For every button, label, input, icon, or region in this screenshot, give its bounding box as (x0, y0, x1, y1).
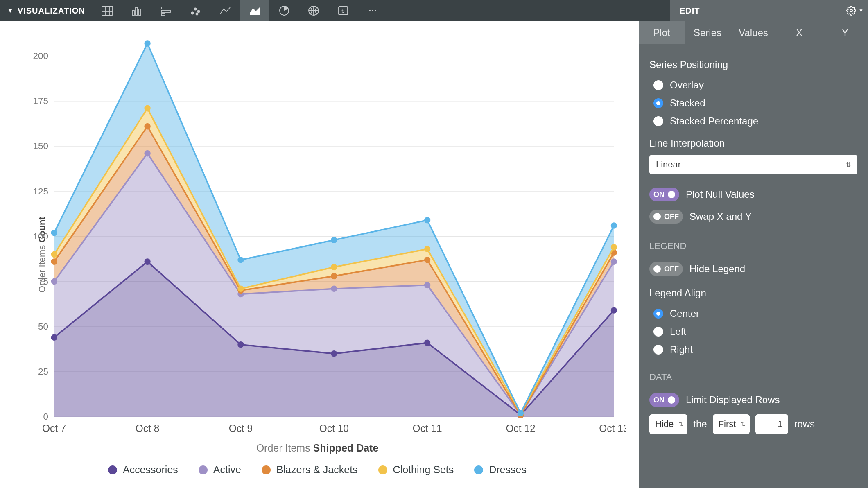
viz-type-bar[interactable] (151, 0, 181, 21)
svg-point-78 (144, 40, 150, 47)
hide-show-select[interactable]: Hide⇅ (649, 414, 687, 434)
caret-down-icon: ▼ (859, 8, 864, 14)
scatter-icon (190, 5, 202, 16)
plot-null-toggle[interactable]: ON (649, 188, 679, 201)
svg-point-14 (196, 13, 198, 15)
tab-plot[interactable]: Plot (639, 21, 685, 44)
svg-point-57 (144, 150, 150, 157)
line-interpolation-select[interactable]: Linear ⇅ (649, 155, 857, 174)
hide-legend-toggle[interactable]: OFF (649, 262, 683, 276)
radio-icon (653, 98, 663, 108)
line-interpolation-label: Line Interpolation (649, 138, 857, 149)
svg-text:6: 6 (341, 7, 345, 14)
limit-rows-toggle[interactable]: ON (649, 393, 679, 407)
viz-type-map[interactable] (299, 0, 328, 21)
svg-point-53 (424, 340, 430, 346)
svg-point-73 (331, 264, 337, 271)
series-positioning-stacked_pct[interactable]: Stacked Percentage (649, 112, 857, 130)
chevron-updown-icon: ⇅ (741, 421, 746, 427)
edit-title: EDIT (680, 6, 700, 16)
svg-point-52 (331, 350, 337, 357)
viz-type-line[interactable] (210, 0, 240, 21)
legend-align-left[interactable]: Left (649, 323, 857, 341)
svg-point-11 (191, 12, 193, 14)
radio-icon (653, 345, 663, 355)
column-icon (131, 5, 143, 16)
svg-text:Oct 9: Oct 9 (229, 423, 253, 434)
hide-legend-label: Hide Legend (689, 263, 745, 275)
svg-point-79 (237, 257, 244, 263)
legend-item[interactable]: Active (199, 464, 241, 476)
tab-y[interactable]: Y (822, 21, 868, 44)
series-positioning-stacked[interactable]: Stacked (649, 94, 857, 112)
edit-tabs: PlotSeriesValuesXY (639, 21, 868, 44)
svg-point-12 (194, 8, 196, 10)
legend-align-right[interactable]: Right (649, 341, 857, 359)
svg-point-50 (144, 258, 150, 265)
svg-point-70 (51, 251, 57, 258)
area-icon (249, 5, 261, 16)
svg-point-83 (611, 222, 617, 229)
svg-rect-0 (102, 6, 113, 15)
svg-text:Oct 8: Oct 8 (136, 423, 159, 434)
legend-align-center[interactable]: Center (649, 305, 857, 323)
legend-item[interactable]: Clothing Sets (378, 464, 454, 476)
chart-area: Order Items Count 0255075100125150175200… (0, 21, 639, 488)
svg-text:50: 50 (38, 321, 48, 332)
svg-point-80 (331, 237, 337, 243)
viz-type-pie[interactable] (269, 0, 299, 21)
viz-type-column[interactable] (122, 0, 151, 21)
svg-text:Oct 11: Oct 11 (413, 423, 442, 434)
chevron-updown-icon: ⇅ (845, 161, 851, 169)
svg-text:Oct 10: Oct 10 (319, 423, 349, 434)
svg-rect-5 (132, 11, 134, 15)
rows-input[interactable] (755, 414, 788, 434)
more-icon (366, 5, 379, 16)
data-section-header: DATA (649, 372, 672, 382)
svg-point-76 (611, 244, 617, 251)
viz-type-more[interactable] (358, 0, 387, 21)
svg-point-82 (518, 410, 524, 416)
first-last-select[interactable]: First⇅ (713, 414, 750, 434)
the-label: the (693, 418, 707, 430)
svg-rect-6 (136, 7, 138, 15)
line-icon (219, 5, 231, 16)
svg-point-72 (237, 285, 244, 292)
series-positioning-label: Series Positioning (649, 59, 857, 70)
svg-point-49 (51, 334, 57, 341)
visualization-toggle[interactable]: ▼ VISUALIZATION (0, 0, 93, 21)
gear-icon (846, 6, 856, 16)
svg-text:100: 100 (33, 231, 48, 242)
svg-text:Oct 13: Oct 13 (599, 423, 626, 434)
legend-item[interactable]: Blazers & Jackets (262, 464, 358, 476)
svg-rect-8 (161, 7, 167, 9)
svg-point-56 (51, 278, 57, 285)
chevron-updown-icon: ⇅ (678, 421, 683, 427)
svg-text:25: 25 (38, 366, 48, 377)
viz-type-table[interactable] (93, 0, 122, 21)
map-icon (307, 5, 320, 16)
bar-icon (160, 5, 172, 16)
x-axis-label: Order Items Shipped Date (8, 438, 626, 454)
svg-point-71 (144, 105, 150, 112)
tab-values[interactable]: Values (730, 21, 776, 44)
legend-dot-icon (474, 465, 483, 474)
legend-item[interactable]: Dresses (474, 464, 527, 476)
viz-type-scatter[interactable] (181, 0, 210, 21)
viz-type-area[interactable] (240, 0, 269, 21)
svg-point-21 (372, 10, 373, 11)
single-icon: 6 (337, 5, 349, 16)
edit-settings-button[interactable]: ▼ (846, 6, 864, 16)
svg-point-74 (424, 246, 430, 252)
swap-xy-toggle[interactable]: OFF (649, 210, 683, 224)
series-positioning-overlay[interactable]: Overlay (649, 76, 857, 94)
tab-x[interactable]: X (776, 21, 822, 44)
legend-item[interactable]: Accessories (108, 464, 178, 476)
svg-text:Oct 12: Oct 12 (506, 423, 535, 434)
tab-series[interactable]: Series (685, 21, 730, 44)
legend-dot-icon (262, 465, 271, 474)
rows-label: rows (794, 418, 815, 430)
svg-rect-10 (161, 14, 165, 16)
viz-type-single[interactable]: 6 (328, 0, 358, 21)
svg-marker-15 (250, 7, 260, 15)
